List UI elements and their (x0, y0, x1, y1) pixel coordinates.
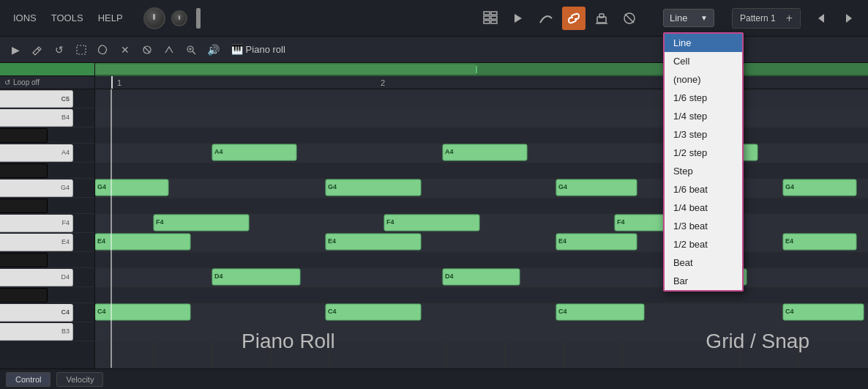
snap-dropdown-arrow: ▼ (700, 14, 708, 22)
piano-roll-label: 🎹 Piano roll (231, 44, 285, 55)
snap-option-1-4-step[interactable]: 1/4 step (665, 107, 742, 125)
snap-option-1-4-beat[interactable]: 1/4 beat (665, 199, 742, 217)
timeline-marker-2: 2 (381, 78, 385, 87)
snap-option-cell[interactable]: Cell (665, 52, 742, 70)
snap-dropdown-label: Line (670, 12, 688, 23)
loop-area: ↺ Loop off (0, 76, 94, 89)
svg-rect-15 (77, 45, 86, 54)
keys-container: C5 B4 A4 (0, 89, 94, 341)
pattern-add-icon[interactable]: + (786, 12, 793, 25)
tab-control[interactable]: Control (6, 372, 50, 387)
snap-option-1-2-beat[interactable]: 1/2 beat (665, 235, 742, 253)
snap-option-beat[interactable]: Beat (665, 253, 742, 272)
svg-rect-1 (484, 16, 490, 19)
loop-label: Loop off (13, 78, 40, 86)
svg-line-17 (144, 47, 150, 53)
mute-icon[interactable] (618, 7, 641, 30)
svg-line-11 (625, 14, 634, 23)
svg-marker-13 (846, 14, 852, 23)
select-icon[interactable] (72, 40, 91, 59)
tab-velocity[interactable]: Velocity (56, 372, 103, 387)
key-a4[interactable]: A4 (0, 144, 94, 163)
pattern-area: Pattern 1 + (732, 8, 801, 29)
detuning-icon[interactable] (160, 40, 179, 59)
svg-rect-3 (491, 16, 497, 19)
scroll-track[interactable] (95, 63, 868, 76)
snap-option-1-6-beat[interactable]: 1/6 beat (665, 180, 742, 199)
menu-item-tools[interactable]: TOOLS (45, 10, 89, 26)
slider-vertical[interactable] (196, 8, 201, 29)
menu-items: IONS TOOLS HELP (7, 10, 129, 26)
snap-option-1-6-step[interactable]: 1/6 step (665, 89, 742, 107)
snap-menu: Line Cell (none) 1/6 step 1/4 step 1/3 s… (663, 32, 744, 292)
snap-option-step[interactable]: Step (665, 162, 742, 180)
loop-icon: ↺ (4, 78, 10, 86)
key-b3[interactable]: B3 (0, 322, 94, 341)
knob-area (143, 7, 203, 29)
snap-dropdown-button[interactable]: Line ▼ (663, 9, 714, 27)
lasso-icon[interactable] (94, 40, 113, 59)
svg-rect-8 (599, 14, 604, 18)
grid-icon[interactable] (479, 7, 502, 30)
link-icon[interactable] (562, 7, 585, 30)
timeline: 1 2 (95, 76, 868, 89)
timeline-marker-1: 1 (117, 78, 121, 87)
zoom-icon[interactable] (182, 40, 201, 59)
key-c4[interactable]: C4 (0, 303, 94, 322)
speaker-icon[interactable]: 🔊 (203, 40, 222, 59)
mute-tool-icon[interactable] (138, 40, 157, 59)
snap-option-line[interactable]: Line (665, 34, 742, 52)
snap-option-1-2-step[interactable]: 1/2 step (665, 144, 742, 162)
key-bb4[interactable] (0, 127, 94, 144)
snap-dropdown-container: Line ▼ Line Cell (none) 1/6 step 1/4 ste… (663, 9, 714, 27)
undo-icon[interactable]: ↺ (50, 40, 69, 59)
key-db4[interactable] (0, 287, 94, 303)
svg-rect-5 (491, 21, 497, 23)
grid-area[interactable]: 1 2 (95, 63, 868, 368)
key-ab4[interactable] (0, 163, 94, 179)
svg-rect-4 (484, 21, 490, 23)
snap-option-bar[interactable]: Bar (665, 272, 742, 290)
nav-next-icon[interactable] (837, 7, 861, 30)
key-e4[interactable]: E4 (0, 233, 94, 252)
play-icon[interactable]: ▶ (6, 40, 25, 59)
menu-item-help[interactable]: HELP (92, 10, 129, 26)
key-f4[interactable]: F4 (0, 214, 94, 233)
knob-secondary[interactable] (171, 10, 187, 26)
delete-icon[interactable]: ✕ (116, 40, 135, 59)
notes-canvas[interactable]: A4 A4 A4 G4 G4 G4 G4 F4 F4 (95, 89, 868, 368)
key-b4[interactable]: B4 (0, 108, 94, 127)
menu-bar: IONS TOOLS HELP (0, 0, 868, 37)
playhead (111, 76, 113, 89)
pattern-label: Pattern 1 (740, 13, 776, 23)
nav-prev-icon[interactable] (809, 7, 833, 30)
key-d4[interactable]: D4 (0, 268, 94, 287)
piano-keys: ↺ Loop off C5 B4 A (0, 63, 95, 368)
snap-option-1-3-step[interactable]: 1/3 step (665, 125, 742, 144)
grid-spacer (95, 89, 868, 368)
svg-line-14 (37, 48, 40, 51)
stamp-icon[interactable] (590, 7, 613, 30)
arrow-right-icon[interactable] (506, 7, 530, 30)
svg-marker-12 (818, 14, 824, 23)
key-gb4[interactable] (0, 198, 94, 214)
svg-rect-0 (484, 12, 490, 15)
pencil-icon[interactable] (28, 40, 47, 59)
svg-marker-6 (515, 14, 522, 23)
piano-header-green (0, 63, 94, 76)
key-c5[interactable]: C5 (0, 89, 94, 108)
knob-main[interactable] (143, 7, 165, 29)
menu-item-ions[interactable]: IONS (7, 10, 42, 26)
key-eb4[interactable] (0, 252, 94, 268)
curve-icon[interactable] (534, 7, 558, 30)
snap-option-1-3-beat[interactable]: 1/3 beat (665, 217, 742, 235)
key-g4[interactable]: G4 (0, 179, 94, 198)
bottom-bar: Control Velocity (0, 368, 868, 389)
snap-option-none[interactable]: (none) (665, 70, 742, 89)
svg-line-19 (192, 51, 195, 54)
right-toolbar: Line ▼ Line Cell (none) 1/6 step 1/4 ste… (479, 7, 861, 30)
svg-rect-2 (491, 12, 497, 15)
